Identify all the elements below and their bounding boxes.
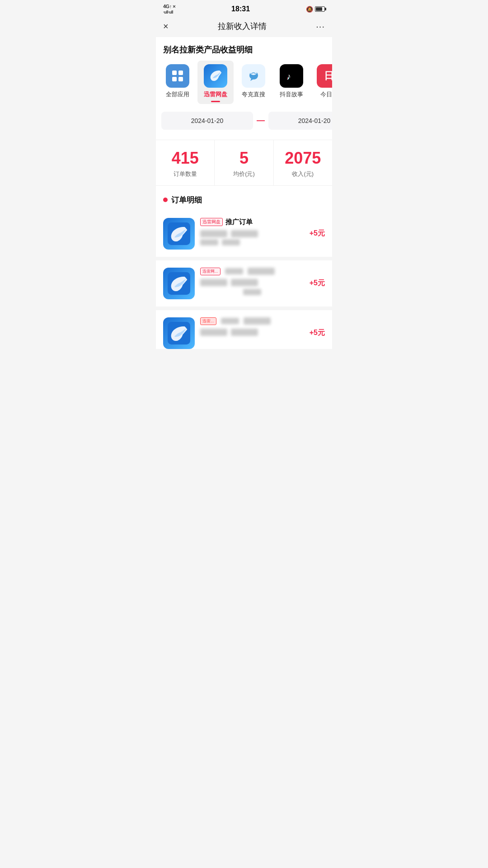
order-blurred-meta-1b	[231, 230, 258, 237]
all-apps-label: 全部应用	[166, 90, 189, 99]
status-time: 18:31	[231, 5, 250, 13]
order-meta-row2	[200, 239, 304, 245]
bell-icon: 🔕	[306, 6, 313, 13]
order-amount-1: +5元	[310, 229, 325, 238]
stat-order-count: 415 订单数量	[156, 140, 215, 185]
order-title-text-1: 推广订单	[225, 218, 253, 226]
order-blurred-meta-1c	[200, 239, 218, 245]
stat-avg-price: 5 均价(元)	[215, 140, 273, 185]
order-blurred-bottom-2	[243, 289, 261, 295]
order-meta-1	[200, 230, 304, 237]
order-meta-3	[200, 329, 304, 336]
order-blurred-meta-2b	[231, 279, 258, 286]
date-separator: —	[257, 116, 265, 125]
xunlei-icon	[204, 64, 227, 88]
order-amount-3: +5元	[310, 328, 325, 338]
order-tag-2: 迅雷网...	[200, 268, 221, 275]
order-title-row-3: 迅雷...	[200, 317, 304, 325]
nav-bar: × 拉新收入详情 ···	[156, 16, 332, 37]
app-tabs-container: 全部应用 迅雷网盘 夸克直搜	[156, 61, 332, 104]
order-blurred-meta-1d	[222, 239, 240, 245]
order-amount-2: +5元	[310, 278, 325, 288]
order-meta-row2b	[200, 289, 304, 295]
order-count-value: 415	[172, 149, 199, 167]
avg-price-value: 5	[239, 149, 249, 167]
douyin-icon: ♪ ♪ ♪ ♪	[280, 64, 303, 88]
order-blurred-meta-2a	[200, 279, 227, 286]
order-blurred-meta-3b	[231, 329, 258, 336]
avg-price-label: 均价(元)	[233, 170, 255, 178]
order-section-header: 订单明细	[156, 186, 332, 211]
order-item-3: 迅雷... +5元	[156, 310, 332, 349]
kuake-label: 夸克直搜	[242, 90, 265, 99]
revenue-label: 收入(元)	[292, 170, 314, 178]
tab-kuake[interactable]: 夸克直搜	[235, 61, 272, 104]
signal-indicator: 4G↑ ×·ull·ull	[163, 4, 175, 14]
kuake-icon	[242, 64, 265, 88]
stat-revenue: 2075 收入(元)	[274, 140, 332, 185]
order-title-blurred-3b	[244, 317, 271, 325]
svg-rect-0	[172, 71, 177, 75]
start-date-input[interactable]	[161, 112, 253, 130]
order-content-1: 迅雷网盘 推广订单	[200, 218, 304, 245]
main-content: 别名拉新类产品收益明细 全部应用 迅雷网盘	[156, 37, 332, 349]
order-count-label: 订单数量	[174, 170, 197, 178]
order-meta-2	[200, 279, 304, 286]
order-title-row-1: 迅雷网盘 推广订单	[200, 218, 304, 226]
order-blurred-meta-3a	[200, 329, 227, 336]
svg-rect-2	[172, 77, 177, 81]
tab-all-apps[interactable]: 全部应用	[160, 61, 196, 104]
order-item-2: 迅雷网... +5元	[156, 260, 332, 310]
battery-icon	[315, 6, 325, 12]
order-title-blurred-2b	[248, 268, 275, 275]
section-title: 别名拉新类产品收益明细	[156, 37, 332, 61]
order-tag-3: 迅雷...	[200, 317, 216, 325]
end-date-input[interactable]	[268, 112, 332, 130]
svg-rect-1	[178, 71, 183, 75]
svg-text:♪: ♪	[287, 75, 289, 80]
today-label: 今日...	[320, 90, 332, 99]
close-button[interactable]: ×	[163, 21, 169, 32]
date-filter: — 查询	[156, 105, 332, 136]
order-list: 迅雷网盘 推广订单 +5元	[156, 211, 332, 349]
more-button[interactable]: ···	[316, 21, 325, 32]
active-tab-indicator	[211, 101, 220, 102]
red-dot-icon	[163, 198, 168, 202]
revenue-value: 2075	[285, 149, 321, 167]
xunlei-label: 迅雷网盘	[204, 90, 227, 99]
tab-douyin[interactable]: ♪ ♪ ♪ ♪ 抖音故事	[273, 61, 310, 104]
svg-rect-3	[178, 77, 183, 81]
order-blurred-meta-1a	[200, 230, 227, 237]
today-icon: 日	[317, 64, 332, 88]
order-app-icon-2	[163, 268, 195, 299]
order-content-2: 迅雷网...	[200, 268, 304, 295]
tab-xunlei[interactable]: 迅雷网盘	[197, 61, 234, 104]
stats-row: 415 订单数量 5 均价(元) 2075 收入(元)	[156, 140, 332, 186]
order-app-icon-1	[163, 218, 195, 250]
order-section-label: 订单明细	[171, 195, 202, 205]
order-title-blurred-3	[221, 318, 239, 324]
douyin-label: 抖音故事	[280, 90, 303, 99]
order-item: 迅雷网盘 推广订单 +5元	[156, 211, 332, 260]
order-app-icon-3	[163, 317, 195, 349]
tab-today[interactable]: 日 今日...	[311, 61, 332, 104]
page-title: 拉新收入详情	[218, 21, 267, 32]
status-icons: 🔕	[306, 6, 325, 13]
order-content-3: 迅雷...	[200, 317, 304, 338]
all-apps-icon	[166, 64, 189, 88]
status-bar: 4G↑ ×·ull·ull 18:31 🔕	[156, 0, 332, 16]
order-title-row-2: 迅雷网...	[200, 268, 304, 275]
order-tag-1: 迅雷网盘	[200, 218, 223, 226]
order-title-blurred-2	[225, 268, 243, 274]
